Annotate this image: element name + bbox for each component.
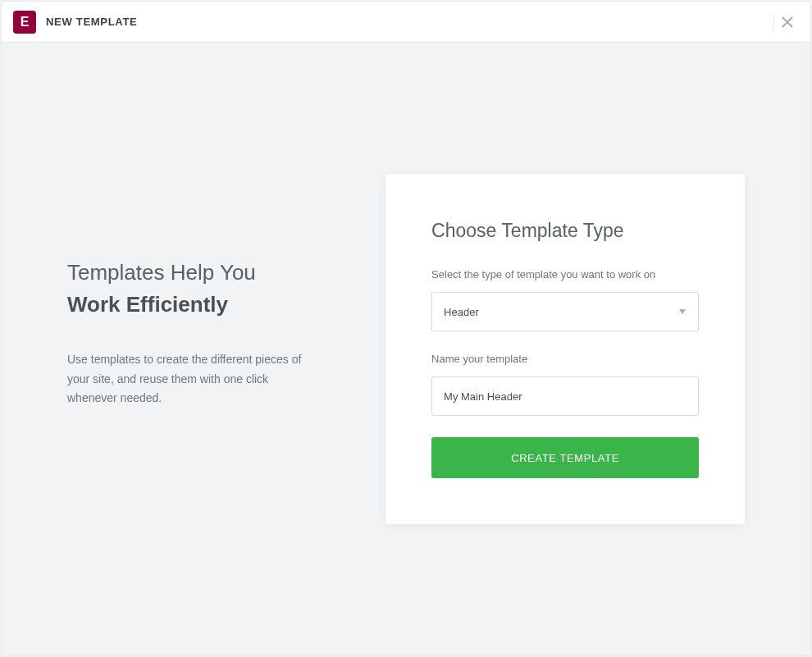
modal-header: E NEW TEMPLATE xyxy=(2,2,810,43)
template-type-label: Select the type of template you want to … xyxy=(431,268,699,281)
create-template-button[interactable]: CREATE TEMPLATE xyxy=(431,437,699,478)
template-type-group: Select the type of template you want to … xyxy=(431,268,699,331)
intro-description: Use templates to create the different pi… xyxy=(67,350,312,408)
form-title: Choose Template Type xyxy=(431,220,699,242)
template-name-label: Name your template xyxy=(431,353,699,365)
logo-letter: E xyxy=(21,16,30,29)
new-template-modal: E NEW TEMPLATE Templates Help You Work E… xyxy=(1,1,811,656)
template-type-select[interactable]: Header xyxy=(431,292,699,331)
modal-title: NEW TEMPLATE xyxy=(46,16,137,28)
template-name-group: Name your template xyxy=(431,353,699,416)
headline-line-1: Templates Help You xyxy=(67,257,312,289)
headline-line-2: Work Efficiently xyxy=(67,289,312,321)
close-icon xyxy=(782,16,793,28)
header-divider xyxy=(773,13,774,30)
form-card: Choose Template Type Select the type of … xyxy=(385,174,745,524)
close-button[interactable] xyxy=(778,12,797,32)
template-name-input[interactable] xyxy=(431,376,699,416)
modal-body: Templates Help You Work Efficiently Use … xyxy=(2,43,810,655)
template-type-select-wrap: Header xyxy=(431,292,699,331)
elementor-logo-icon: E xyxy=(13,11,36,34)
intro-column: Templates Help You Work Efficiently Use … xyxy=(67,257,312,441)
